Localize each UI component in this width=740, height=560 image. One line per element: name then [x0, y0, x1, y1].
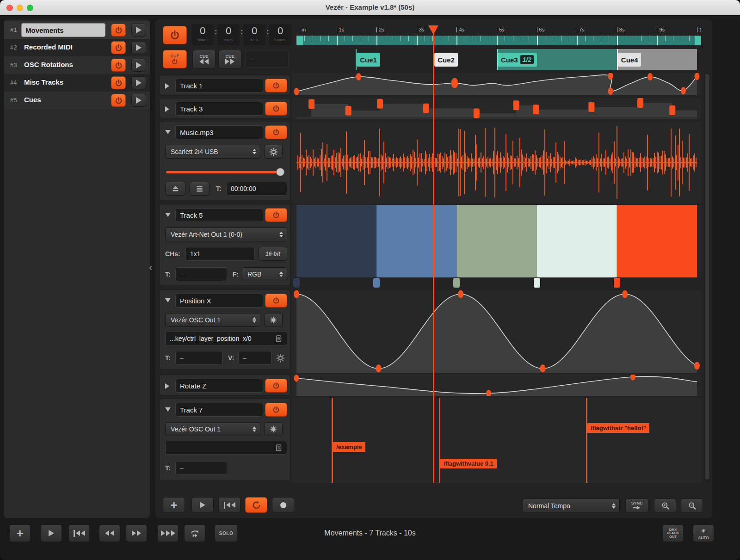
disclosure-icon[interactable] [165, 106, 169, 112]
clipboard-icon[interactable] [275, 335, 283, 343]
disclosure-icon[interactable] [165, 383, 169, 389]
time-offset-field[interactable]: – [175, 461, 227, 475]
flag-label[interactable]: /flagwithvalue 0.1 [440, 459, 497, 468]
bit-depth-button[interactable]: 16-bit [259, 247, 287, 261]
track-name-field[interactable]: Position X [175, 294, 263, 308]
composition-power-button[interactable] [111, 76, 126, 89]
eject-button[interactable] [165, 182, 185, 196]
disclosure-icon[interactable] [165, 407, 171, 412]
disclosure-icon[interactable] [165, 298, 171, 302]
flag-line[interactable] [439, 398, 440, 483]
color-keyframe-handle[interactable] [293, 277, 300, 288]
volume-slider-knob[interactable] [276, 168, 284, 176]
osc-address-field[interactable] [165, 441, 287, 455]
track-name-field[interactable]: Music.mp3 [175, 125, 263, 139]
time-offset-field[interactable]: – [175, 267, 227, 281]
flag-line[interactable] [586, 398, 587, 483]
flag-label[interactable]: /flagwithstr "hello!" [587, 423, 649, 433]
cue-tab[interactable]: Cue1 [357, 53, 380, 67]
composition-power-button[interactable] [111, 24, 126, 37]
track-name-field[interactable]: Track 5 [175, 208, 263, 222]
osc-device-dropdown[interactable]: Vezér OSC Out 1 [165, 422, 260, 436]
clipboard-icon[interactable] [275, 444, 283, 452]
color-handles-strip[interactable] [292, 278, 701, 289]
lane-audio-waveform[interactable] [292, 122, 701, 203]
tempo-dropdown[interactable]: Normal Tempo [523, 498, 620, 513]
time-offset-field[interactable]: – [175, 351, 222, 365]
sidebar-collapse-handle[interactable]: ‹ [149, 262, 152, 274]
osc-address-field[interactable]: ...key/ctrl_layer_position_x/0 [165, 332, 287, 345]
osc-flash-button[interactable] [264, 313, 283, 327]
track-power-button[interactable] [265, 379, 287, 393]
cue-tab[interactable]: Cue31/2 [498, 53, 537, 67]
volume-slider[interactable] [160, 167, 290, 177]
track-power-button[interactable] [265, 403, 287, 417]
gear-icon[interactable] [276, 354, 285, 363]
track-name-field[interactable]: Track 1 [175, 79, 263, 92]
cue-row[interactable]: Cue1Cue2Cue31/2Cue4 [292, 49, 701, 70]
composition-power-button[interactable] [111, 41, 126, 54]
format-dropdown[interactable]: RGB [242, 267, 287, 281]
loop-button[interactable] [245, 497, 267, 513]
composition-play-button[interactable] [131, 24, 146, 37]
rewind-to-start-button[interactable] [218, 497, 240, 513]
lane-color-track[interactable] [292, 205, 701, 277]
composition-play-button[interactable] [131, 94, 146, 107]
zoom-in-button[interactable] [654, 498, 676, 513]
track-power-button[interactable] [265, 102, 287, 116]
audio-settings-button[interactable] [264, 145, 283, 159]
track-power-button[interactable] [265, 125, 287, 139]
add-track-button[interactable]: + [163, 497, 185, 513]
composition-power-button[interactable] [111, 94, 126, 107]
channels-field[interactable]: 1x1 [185, 247, 255, 261]
track-power-button[interactable] [265, 294, 287, 308]
disclosure-icon[interactable] [165, 213, 171, 217]
track-name-field[interactable]: Rotate Z [175, 379, 263, 393]
record-button[interactable] [272, 497, 294, 513]
composition-play-button[interactable] [131, 59, 146, 72]
lane-position-x[interactable] [292, 290, 701, 373]
composition-row[interactable]: #3 OSC Rotations [4, 56, 150, 74]
master-power-button[interactable] [163, 26, 187, 44]
color-keyframe-handle[interactable] [613, 277, 621, 288]
cue-power-button[interactable]: CUE [163, 50, 187, 68]
playhead[interactable] [428, 25, 438, 483]
cue-tab[interactable]: Cue4 [618, 53, 641, 67]
composition-play-button[interactable] [131, 41, 146, 54]
timeline-ruler[interactable]: m1s2s3s4s5s6s7s8s9s10s [292, 25, 701, 45]
dmx-blackout-button[interactable]: DMXBLACKOUT [662, 524, 684, 542]
artnet-device-dropdown[interactable]: Vezér Art-Net Out 1 (0-0) [165, 228, 287, 241]
color-keyframe-handle[interactable] [533, 277, 541, 288]
lane-track1-automation[interactable] [292, 73, 701, 95]
cue-previous-button[interactable]: CUE [192, 50, 216, 68]
cue-next-button[interactable]: CUE [218, 50, 241, 68]
composition-power-button[interactable] [111, 59, 126, 72]
composition-row[interactable]: #4 Misc Tracks [4, 74, 150, 92]
track-name-field[interactable]: Track 3 [175, 102, 263, 116]
osc-device-dropdown[interactable]: Vezér OSC Out 1 [165, 313, 260, 327]
flag-label[interactable]: /example [333, 442, 365, 452]
composition-row[interactable]: #1 [4, 21, 150, 39]
zoom-out-button[interactable] [681, 498, 703, 513]
color-keyframe-handle[interactable] [453, 277, 460, 288]
sync-button[interactable]: SYNC [625, 498, 648, 513]
flag-line[interactable] [332, 398, 333, 483]
lane-flags[interactable]: /example/flagwithvalue 0.1/flagwithstr "… [292, 398, 701, 483]
composition-row[interactable]: #5 Cues [4, 92, 150, 109]
audio-device-dropdown[interactable]: Scarlett 2i4 USB [165, 145, 260, 159]
lane-track3-steps[interactable] [292, 98, 701, 119]
value-field[interactable]: – [238, 351, 271, 365]
composition-row[interactable]: #2 Recorded MIDI [4, 39, 150, 56]
disclosure-icon[interactable] [165, 83, 169, 89]
composition-play-button[interactable] [131, 76, 146, 89]
auto-button[interactable]: AUTO [693, 524, 714, 542]
color-keyframe-handle[interactable] [373, 277, 380, 288]
track-name-field[interactable]: Track 7 [175, 403, 263, 417]
play-button[interactable] [191, 497, 214, 513]
scrollbar-thumb[interactable] [705, 74, 709, 480]
osc-flash-button[interactable] [264, 422, 283, 436]
track-power-button[interactable] [265, 79, 287, 92]
track-power-button[interactable] [265, 208, 287, 222]
disclosure-icon[interactable] [165, 130, 171, 134]
vertical-scrollbar[interactable] [705, 73, 709, 483]
